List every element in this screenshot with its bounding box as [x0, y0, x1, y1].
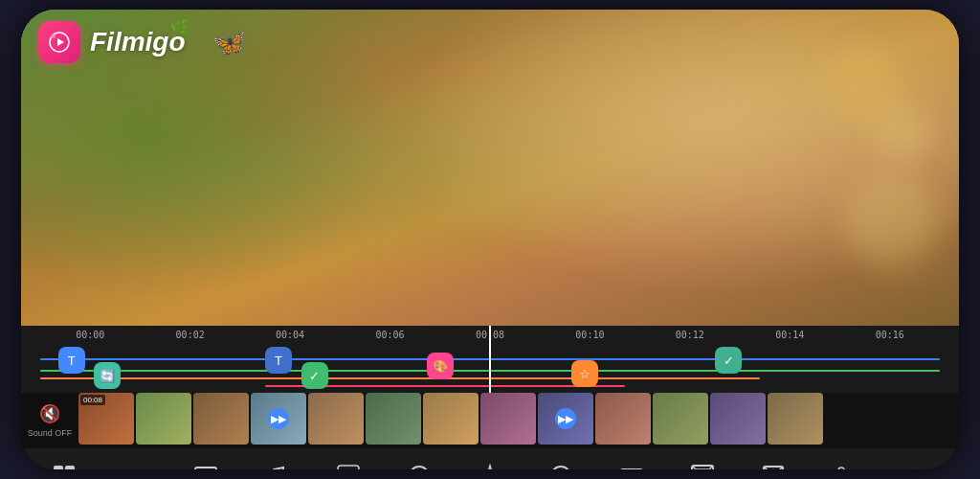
tool-music[interactable]: Music	[248, 460, 305, 470]
thumb-1[interactable]: 00:08	[78, 393, 134, 445]
thumb-2[interactable]	[136, 393, 191, 445]
tool-background[interactable]: Background	[674, 460, 731, 470]
merge-icon-2[interactable]: ▶▶	[555, 408, 576, 429]
leaf-decoration: 🌿	[169, 17, 190, 38]
butterfly-decoration: 🦋	[212, 27, 246, 58]
thumb-8[interactable]	[480, 393, 536, 445]
phone-frame: Filmigo 🌿 🦋 00:00 00:02 00:04 00:06 00:0…	[21, 10, 959, 469]
tool-sorting[interactable]: Sorting	[887, 460, 945, 470]
thumb-11[interactable]	[653, 393, 708, 445]
edit-icon	[119, 460, 151, 470]
sound-button[interactable]: 🔇 Sound OFF	[21, 393, 78, 448]
thumb-label: 00:08	[80, 395, 105, 405]
tool-adjust[interactable]: Adjust	[816, 460, 874, 470]
tool-text[interactable]: T Text	[320, 460, 377, 470]
music-icon	[260, 460, 293, 470]
ts-3: 00:06	[340, 330, 439, 340]
track-icon-text2[interactable]: T	[265, 347, 292, 374]
thumb-12[interactable]	[710, 393, 766, 445]
theme-icon	[48, 460, 80, 470]
tool-filter[interactable]: Filter	[532, 460, 590, 470]
thumbnail-scroll[interactable]: 00:08 ▶▶ ▶▶	[78, 393, 959, 448]
filter-icon	[545, 460, 577, 470]
playhead[interactable]	[489, 326, 491, 393]
svg-text:T: T	[344, 469, 352, 470]
ts-8: 00:16	[840, 330, 940, 340]
sticker-icon	[403, 460, 435, 470]
thumb-6[interactable]	[366, 393, 421, 445]
pip-icon	[189, 460, 222, 470]
thumb-4[interactable]: ▶▶	[251, 393, 306, 445]
thumbnails-strip: 🔇 Sound OFF 00:08 ▶▶ ▶▶	[21, 393, 959, 448]
video-preview: Filmigo 🌿 🦋	[21, 10, 959, 326]
ts-1: 00:02	[140, 330, 239, 340]
thumb-13[interactable]	[768, 393, 823, 445]
sorting-icon	[900, 460, 932, 470]
track-icon-star[interactable]: ☆	[571, 360, 598, 387]
tool-pip[interactable]: Pip	[177, 460, 234, 470]
svg-point-16	[410, 467, 429, 470]
thumb-10[interactable]	[595, 393, 651, 445]
sound-icon: 🔇	[39, 403, 60, 424]
ts-5: 00:10	[540, 330, 639, 340]
svg-rect-10	[195, 468, 216, 470]
effect-icon	[474, 460, 506, 470]
tool-sticker[interactable]: Sticker	[390, 460, 448, 470]
timeline-area[interactable]: 00:00 00:02 00:04 00:06 00:08 00:10 00:1…	[21, 326, 959, 393]
svg-marker-18	[481, 466, 499, 470]
sound-label: Sound OFF	[28, 428, 73, 438]
svg-rect-23	[696, 469, 709, 470]
tool-effect[interactable]: Effect	[461, 460, 519, 470]
background-icon	[686, 460, 719, 470]
track-icon-sticker1[interactable]: 🔄	[94, 362, 121, 389]
thumb-9[interactable]: ▶▶	[538, 393, 593, 445]
watermark-icon	[757, 460, 790, 470]
track-icon-text1[interactable]: T	[58, 347, 85, 374]
thumb-5[interactable]	[308, 393, 364, 445]
ts-0: 00:00	[40, 330, 140, 340]
bottom-toolbar: Theme Edit Pip	[21, 448, 959, 469]
svg-point-19	[551, 467, 570, 470]
thumb-3[interactable]	[193, 393, 249, 445]
svg-rect-4	[65, 466, 75, 470]
svg-point-2	[52, 34, 56, 38]
track-icon-filter[interactable]: 🎨	[427, 353, 454, 379]
merge-icon-1[interactable]: ▶▶	[268, 408, 289, 429]
adjust-icon	[829, 460, 861, 470]
text-icon: T	[332, 460, 365, 470]
svg-rect-3	[54, 466, 63, 470]
logo-area: Filmigo	[38, 21, 186, 63]
tool-theme[interactable]: Theme	[35, 460, 93, 470]
thumb-7[interactable]	[423, 393, 479, 445]
logo-icon	[38, 21, 80, 63]
svg-rect-21	[621, 469, 642, 470]
svg-marker-1	[57, 38, 64, 46]
svg-point-34	[838, 468, 844, 470]
tool-edit[interactable]: Edit	[106, 460, 164, 470]
track-icon-check2[interactable]: ✓	[715, 347, 742, 374]
ts-2: 00:04	[240, 330, 340, 340]
proportion-icon	[615, 460, 648, 470]
ts-6: 00:12	[640, 330, 740, 340]
tool-proportion[interactable]: Proportion	[603, 460, 660, 470]
track-icon-check[interactable]: ✓	[301, 362, 328, 389]
tool-watermark[interactable]: Watermark	[745, 460, 802, 470]
ts-7: 00:14	[740, 330, 839, 340]
person-area	[349, 10, 959, 326]
